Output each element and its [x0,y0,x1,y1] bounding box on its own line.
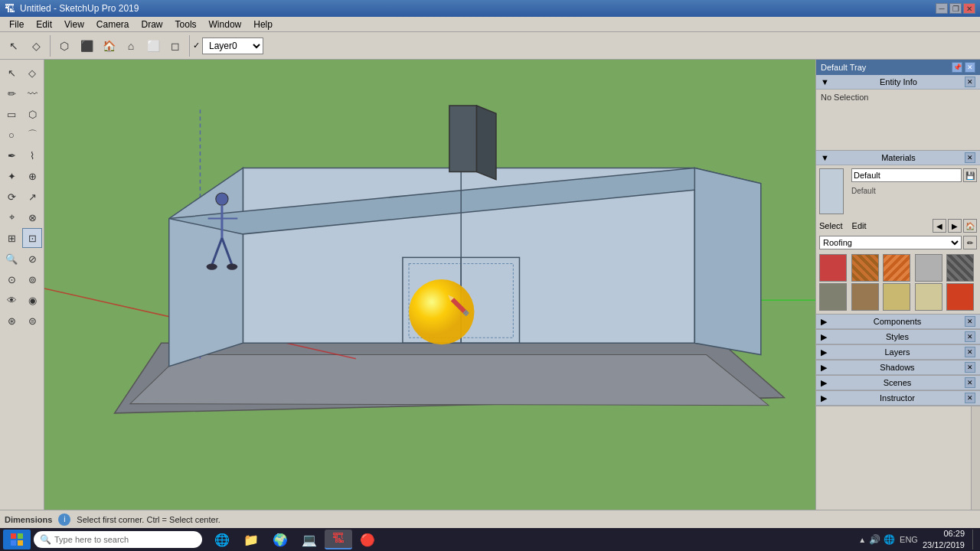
orbit-tool[interactable]: ⊙ [2,269,21,289]
menu-help[interactable]: Help [247,18,279,31]
menu-draw[interactable]: Draw [136,18,169,31]
polygon-tool[interactable]: ⬡ [22,104,42,124]
swatch-8[interactable] [883,283,910,311]
swatch-4[interactable] [915,254,942,282]
menu-window[interactable]: Window [203,18,248,31]
curve-tool[interactable]: ⌇ [22,145,42,165]
components-pin[interactable]: ✕ [965,316,975,327]
taskbar-app-red[interactable]: 🔴 [354,530,381,549]
circle-tool[interactable]: ○ [2,125,21,145]
mat-prev-btn[interactable]: ◀ [933,219,946,233]
make-component-btn[interactable]: ◇ [25,35,47,57]
dimension-tool[interactable]: ⊡ [22,228,42,248]
mat-create-btn[interactable]: ✏ [963,236,977,249]
back-view-btn[interactable]: ⌂ [120,35,142,57]
push-pull-tool[interactable]: ⊕ [22,166,42,186]
info-button[interactable]: i [58,514,70,526]
material-name-input[interactable] [851,168,962,182]
tray-icon-network[interactable]: 🌐 [884,534,895,545]
position-camera-tool[interactable]: ⊛ [2,311,21,331]
instructor-pin[interactable]: ✕ [965,393,975,403]
layers-header[interactable]: ▶ Layers ✕ [816,345,980,360]
menu-edit[interactable]: Edit [30,18,58,31]
right-scrollbar[interactable] [971,406,980,510]
tray-up-arrow[interactable]: ▲ [858,536,866,544]
clock-date: 23/12/2019 [923,540,965,551]
styles-header[interactable]: ▶ Styles ✕ [816,330,980,344]
tool-row-1: ↖ ◇ [2,63,42,83]
scenes-header[interactable]: ▶ Scenes ✕ [816,376,980,390]
swatch-10[interactable] [946,283,974,311]
taskbar-app-cmd[interactable]: 💻 [296,530,323,549]
swatch-5[interactable] [946,254,974,282]
rect-tool[interactable]: ▭ [2,104,21,124]
zoom-tool[interactable]: 🔍 [2,249,21,269]
offset-tool[interactable]: ⊗ [22,207,42,227]
look-around-tool[interactable]: ◉ [22,290,42,310]
swatch-1[interactable] [819,254,847,282]
follow-me-tool[interactable]: ↗ [22,187,42,207]
pan-tool[interactable]: ⊚ [22,269,42,289]
layers-pin[interactable]: ✕ [965,347,975,357]
restore-button[interactable]: ❐ [949,3,962,14]
instructor-header[interactable]: ▶ Instructor ✕ [816,391,980,406]
taskbar-app-ie[interactable]: 🌍 [266,530,294,549]
taskbar-app-explorer[interactable]: 📁 [237,530,265,549]
no-selection-text: No Selection [821,93,868,102]
category-dropdown[interactable]: Roofing [819,236,962,249]
minimize-button[interactable]: ─ [936,3,948,14]
tray-pin-button[interactable]: 📌 [952,62,962,73]
component-tool[interactable]: ◇ [22,63,42,83]
menu-file[interactable]: File [3,18,30,31]
mat-next-btn[interactable]: ▶ [948,219,962,233]
shadows-header[interactable]: ▶ Shadows ✕ [816,360,980,375]
top-view-btn[interactable]: ⬛ [76,35,97,57]
tray-close-button[interactable]: ✕ [965,62,975,73]
line-tool[interactable]: ✒ [2,145,21,165]
rotate-tool[interactable]: ⟳ [2,187,21,207]
taskbar-app-edge[interactable]: 🌐 [208,530,236,549]
swatch-7[interactable] [851,283,879,311]
select-tool-btn[interactable]: ↖ [3,35,24,57]
taskbar-search-box[interactable]: 🔍 Type here to search [34,531,202,548]
freehand-tool[interactable]: 〰 [22,83,42,103]
materials-header[interactable]: ▼ Materials ✕ [816,151,980,165]
layer-dropdown[interactable]: Layer0 [202,37,263,54]
shadows-pin[interactable]: ✕ [965,362,975,373]
move-tool[interactable]: ✦ [2,166,21,186]
tape-tool[interactable]: ⊞ [2,228,21,248]
styles-pin[interactable]: ✕ [965,331,975,342]
system-clock[interactable]: 06:29 23/12/2019 [923,528,965,551]
tray-icon-speaker[interactable]: 🔊 [869,534,880,545]
materials-pin[interactable]: ✕ [965,152,975,163]
start-button[interactable] [3,530,31,549]
menu-tools[interactable]: Tools [169,18,203,31]
close-button[interactable]: ✕ [963,3,975,14]
entity-info-pin[interactable]: ✕ [965,77,975,87]
swatch-9[interactable] [915,283,942,311]
entity-info-header[interactable]: ▼ Entity Info ✕ [816,75,980,90]
menu-view[interactable]: View [58,18,90,31]
scale-tool[interactable]: ⌖ [2,207,21,227]
swatch-6[interactable] [819,283,847,311]
arrow-tool[interactable]: ↖ [2,63,21,83]
components-header[interactable]: ▶ Components ✕ [816,315,980,329]
menu-camera[interactable]: Camera [90,18,136,31]
show-desktop-btn[interactable] [972,530,977,549]
material-save-btn[interactable]: 💾 [963,168,977,182]
zoom-window-tool[interactable]: ⊘ [22,249,42,269]
walkthrough-tool[interactable]: 👁 [2,290,21,310]
iso-view-btn[interactable]: ⬡ [54,35,75,57]
swatch-2[interactable] [851,254,879,282]
pencil-tool[interactable]: ✏ [2,83,21,103]
advanced-camera-tool[interactable]: ⊜ [22,311,42,331]
mat-house-btn[interactable]: 🏠 [963,219,977,233]
arc-tool[interactable]: ⌒ [22,125,42,145]
left-view-btn[interactable]: ◻ [165,35,186,57]
front-view-btn[interactable]: 🏠 [98,35,119,57]
scenes-pin[interactable]: ✕ [965,377,975,388]
right-view-btn[interactable]: ⬜ [142,35,164,57]
taskbar-app-sketchup[interactable]: 🏗 [325,530,352,549]
swatch-3[interactable] [883,254,910,282]
canvas-area[interactable] [44,60,815,510]
